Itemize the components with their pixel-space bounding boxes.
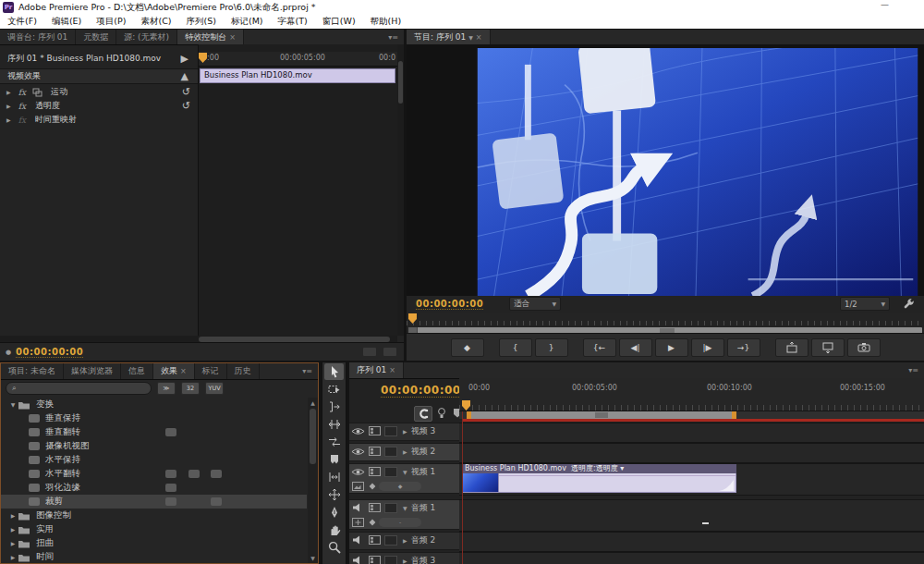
collapse-icon[interactable]: ▲ <box>181 69 188 83</box>
toggle-track-mute-icon[interactable] <box>349 556 366 564</box>
ec-effect-time-remapping[interactable]: ▶ fx 时间重映射 <box>0 113 198 127</box>
effect-vertical-hold[interactable]: 垂直保持 <box>1 411 307 425</box>
snap-toggle[interactable] <box>414 406 432 422</box>
audio-keyframe-dash[interactable] <box>702 522 709 524</box>
tab-program[interactable]: 节目: 序列 01 ▼ × <box>407 30 491 44</box>
chevron-down-icon[interactable]: ▼ <box>468 34 473 41</box>
collapse-track-icon[interactable]: ▼ <box>403 469 407 475</box>
sync-lock-icon[interactable] <box>366 556 383 564</box>
sync-lock-icon[interactable] <box>366 503 383 512</box>
playhead-line[interactable] <box>462 411 463 564</box>
menu-sequence[interactable]: 序列(S) <box>179 16 224 28</box>
settings-wrench-icon[interactable] <box>903 298 915 310</box>
timeline-timecode[interactable]: 00:00:00:00 <box>381 384 461 398</box>
ec-mini-ruler[interactable]: 0:00 00:00:05:00 00:0 <box>199 52 397 67</box>
expand-track-icon[interactable]: ▶ <box>403 558 407 564</box>
video2-lane[interactable] <box>459 443 924 463</box>
sequence-markers-icon[interactable] <box>436 407 447 419</box>
menu-file[interactable]: 文件(F) <box>0 16 44 28</box>
tool-hand[interactable] <box>324 521 344 538</box>
ec-effect-motion[interactable]: ▶ fx 运动 ↺ <box>0 85 198 99</box>
ec-vertical-scrollbar[interactable] <box>397 44 404 336</box>
video3-lane[interactable] <box>459 423 924 443</box>
fit-dropdown[interactable]: 适合▼ <box>509 297 561 311</box>
minimize-button[interactable]: — <box>881 0 889 9</box>
ec-timecode[interactable]: 00:00:00:00 <box>16 347 83 358</box>
effect-horizontal-flip[interactable]: 水平翻转 <box>1 467 307 481</box>
audio2-lane[interactable] <box>459 532 924 552</box>
program-timecode[interactable]: 00:00:00:00 <box>416 299 483 310</box>
tab-markers[interactable]: 标记 <box>195 363 227 379</box>
folder-utility[interactable]: ▶实用 <box>1 522 307 536</box>
tab-source-monitor[interactable]: 源: (无素材) <box>116 30 177 44</box>
menu-clip[interactable]: 素材(C) <box>133 16 178 28</box>
accelerated-effects-filter[interactable]: ≫ <box>157 382 176 395</box>
ec-effect-opacity[interactable]: ▶ fx 透明度 ↺ <box>0 99 198 113</box>
play-button[interactable]: ▶ <box>655 338 688 357</box>
clip-title-bar[interactable]: Business Plan HD1080.mov 透明度:透明度 ▾ <box>462 464 736 473</box>
work-area-bar[interactable] <box>467 411 736 419</box>
folder-image-control[interactable]: ▶图像控制 <box>1 509 307 522</box>
mark-out-button[interactable]: } <box>535 338 568 357</box>
folder-time[interactable]: ▶时间 <box>1 550 307 563</box>
go-to-out-button[interactable]: →} <box>727 338 760 357</box>
sync-lock-icon[interactable] <box>366 426 383 435</box>
loop-icon[interactable] <box>383 348 396 356</box>
track-lock-toggle[interactable] <box>384 447 397 457</box>
program-playhead[interactable] <box>408 313 417 324</box>
reset-effect-icon[interactable]: ↺ <box>182 99 190 113</box>
tab-info[interactable]: 信息 <box>121 363 153 379</box>
tab-sequence-01[interactable]: 序列 01× <box>349 362 404 378</box>
menu-edit[interactable]: 编辑(E) <box>44 16 89 28</box>
sync-lock-icon[interactable] <box>366 467 383 476</box>
32bit-filter[interactable]: 32 <box>181 382 200 395</box>
yuv-filter[interactable]: YUV <box>205 382 224 395</box>
keyframe-icon[interactable] <box>366 519 379 526</box>
close-icon[interactable]: × <box>229 33 236 42</box>
track-lock-toggle[interactable] <box>384 503 397 513</box>
menu-window[interactable]: 窗口(W) <box>315 16 363 28</box>
effect-crop[interactable]: 裁剪 <box>1 495 307 509</box>
keyframe-icon[interactable] <box>366 483 379 490</box>
ec-clip-bar[interactable]: Business Plan HD1080.mov <box>200 68 395 83</box>
expand-icon[interactable]: ▶ <box>0 116 11 123</box>
search-input[interactable]: ⌕ <box>6 382 152 395</box>
effect-horizontal-hold[interactable]: 水平保持 <box>1 453 307 467</box>
menu-help[interactable]: 帮助(H) <box>363 16 409 28</box>
tool-razor[interactable] <box>324 451 344 468</box>
toggle-track-output-icon[interactable] <box>349 427 366 435</box>
tool-selection[interactable] <box>324 363 344 380</box>
tool-slide[interactable] <box>324 486 344 503</box>
effects-vertical-scrollbar[interactable]: ▲ ▼ <box>308 398 318 563</box>
step-back-button[interactable]: ◀| <box>619 338 652 357</box>
export-frame-button[interactable] <box>847 338 881 357</box>
play-around-icon[interactable] <box>363 348 376 356</box>
tab-effect-controls[interactable]: 特效控制台× <box>177 30 244 44</box>
menu-marker[interactable]: 标记(M) <box>224 16 271 28</box>
program-ruler[interactable] <box>407 313 924 325</box>
expand-icon[interactable]: ▶ <box>0 89 11 95</box>
close-icon[interactable]: × <box>180 367 187 375</box>
timeline-ruler[interactable]: 00:00 00:00:05:00 00:00:10:00 00:00:15:0… <box>459 378 924 411</box>
audio1-lane[interactable] <box>459 499 924 532</box>
tool-pen[interactable] <box>324 504 344 521</box>
track-lock-toggle[interactable] <box>384 426 397 436</box>
add-marker-button[interactable]: ◆ <box>451 338 484 357</box>
expand-track-icon[interactable]: ▶ <box>403 428 407 435</box>
mark-in-button[interactable]: { <box>499 338 532 357</box>
panel-menu-icon[interactable]: ▾≡ <box>383 30 404 44</box>
tool-rolling-edit[interactable] <box>324 416 344 433</box>
opacity-rubber-band[interactable] <box>498 475 736 476</box>
resolution-dropdown[interactable]: 1/2▼ <box>840 297 890 311</box>
toggle-track-output-icon[interactable] <box>349 468 366 476</box>
close-icon[interactable]: × <box>476 33 482 42</box>
set-display-style-icon[interactable] <box>349 482 366 491</box>
video1-lane[interactable]: Business Plan HD1080.mov 透明度:透明度 ▾ <box>459 463 924 496</box>
effect-vertical-flip[interactable]: 垂直翻转 <box>1 425 307 439</box>
work-area-grip[interactable] <box>595 412 608 418</box>
sync-lock-icon[interactable] <box>366 535 383 545</box>
sync-lock-icon[interactable] <box>366 447 383 456</box>
folder-distort[interactable]: ▶扭曲 <box>1 536 307 550</box>
tab-metadata[interactable]: 元数据 <box>76 30 116 44</box>
close-icon[interactable]: × <box>389 366 395 374</box>
